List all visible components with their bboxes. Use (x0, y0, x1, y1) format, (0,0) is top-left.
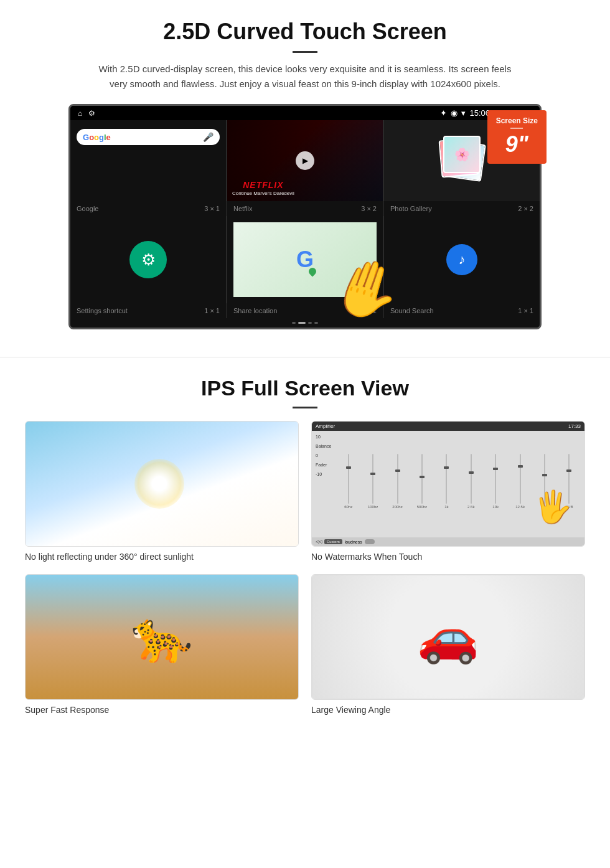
app-cell-maps[interactable]: G 🤚 (227, 216, 383, 303)
eq-thumb-1[interactable] (346, 466, 351, 469)
label-settings: Settings shortcut 1 × 1 (70, 303, 226, 318)
caption-sunlight: No light reflecting under 360° direct su… (25, 552, 299, 562)
eq-thumb-2[interactable] (370, 473, 375, 475)
card-sunlight: No light reflecting under 360° direct su… (25, 421, 299, 562)
netflix-logo: NETFLIX (243, 180, 283, 190)
eq-track-3 (397, 454, 398, 504)
cheetah-emoji: 🐆 (131, 608, 193, 666)
dot-3 (308, 322, 312, 324)
amp-title: Amplifier (316, 423, 335, 429)
image-box-amplifier: Amplifier 17:33 10 Balance 0 Fader -10 (311, 421, 585, 547)
location-icon: ◉ (451, 108, 458, 118)
section-ips-view: IPS Full Screen View No light reflecting… (0, 357, 610, 727)
sky-image (26, 422, 298, 546)
app-cell-netflix[interactable]: ▶ NETFLIX Continue Marvel's Daredevil (227, 120, 383, 201)
label-google: Google 3 × 1 (70, 201, 226, 216)
label-netflix: Netflix 3 × 2 (227, 201, 383, 216)
amp-time: 17:33 (568, 423, 581, 429)
music-icon: ♪ (446, 244, 477, 275)
caption-cheetah: Super Fast Response (25, 705, 299, 715)
gear-icon: ⚙ (129, 241, 167, 278)
eq-bar-12k5: 12.5k (509, 435, 532, 527)
eq-thumb-10[interactable] (566, 469, 571, 472)
status-left-icons: ⌂ ⚙ (78, 109, 95, 118)
amp-footer: ◁◁ Custom loudness (312, 537, 584, 546)
gallery-stack (437, 136, 487, 186)
dot-2 (298, 322, 306, 324)
eq-bar-200hz: 200hz (386, 435, 409, 527)
app-cell-settings[interactable]: ⚙ (70, 216, 226, 303)
eq-track-8 (520, 454, 521, 504)
eq-track-1 (348, 454, 349, 504)
section2-title: IPS Full Screen View (25, 376, 585, 400)
eq-thumb-4[interactable] (420, 476, 425, 478)
home-icon: ⌂ (78, 109, 82, 118)
amp-screen: Amplifier 17:33 10 Balance 0 Fader -10 (312, 422, 584, 546)
eq-track-2 (372, 454, 373, 504)
device-mockup: Screen Size 9" ⌂ ⚙ ✦ ◉ ▾ 15:06 ⊡ ◁ ⊠ (68, 104, 542, 329)
section-curved-touch: 2.5D Curved Touch Screen With 2.5D curve… (0, 0, 610, 344)
badge-divider-line (510, 128, 523, 129)
app-labels-row1: Google 3 × 1 Netflix 3 × 2 Photo Gallery… (70, 201, 540, 216)
google-logo: Google (83, 133, 111, 142)
gallery-img-3 (443, 136, 481, 173)
amp-header: Amplifier 17:33 (312, 422, 584, 431)
netflix-overlay: NETFLIX Continue Marvel's Daredevil (232, 179, 294, 196)
sun-glow (134, 459, 184, 509)
eq-thumb-9[interactable] (542, 474, 547, 476)
custom-button[interactable]: Custom (324, 539, 342, 544)
app-labels-row2: Settings shortcut 1 × 1 Share location 1… (70, 303, 540, 318)
eq-bar-1k: 1k (435, 435, 458, 527)
caption-amplifier: No Watermarks When Touch (311, 552, 585, 562)
google-mic-icon[interactable]: 🎤 (203, 132, 214, 142)
loudness-label: loudness (345, 540, 362, 544)
image-box-sunlight (25, 421, 299, 547)
app-cell-google[interactable]: Google 🎤 (70, 120, 226, 201)
amp-labels: 10 Balance 0 Fader -10 (316, 435, 334, 534)
netflix-subtitle: Continue Marvel's Daredevil (232, 191, 294, 196)
app-grid-top: Google 🎤 ▶ NETFLIX Continue Marvel's Dar… (70, 120, 540, 201)
eq-thumb-5[interactable] (444, 466, 449, 469)
car-image: 🚗 (312, 575, 584, 699)
app-cell-music[interactable]: ♪ (384, 216, 540, 303)
dot-1 (292, 322, 296, 324)
amp-image: Amplifier 17:33 10 Balance 0 Fader -10 (312, 422, 584, 546)
eq-track-5 (446, 454, 447, 504)
image-box-car: 🚗 (311, 574, 585, 700)
label-music: Sound Search 1 × 1 (384, 303, 540, 318)
google-search-bar[interactable]: Google 🎤 (77, 129, 220, 145)
section1-description: With 2.5D curved-display screen, this de… (93, 62, 517, 92)
maps-bg: G (233, 222, 377, 297)
card-car: 🚗 Large Viewing Angle (311, 574, 585, 715)
eq-track-4 (421, 454, 423, 504)
label-maps: Share location 1 × 1 (227, 303, 383, 318)
hand-eq-icon: 🖐 (533, 489, 572, 525)
section1-title: 2.5D Curved Touch Screen (37, 19, 573, 45)
image-box-cheetah: 🐆 (25, 574, 299, 700)
device-screen: ⌂ ⚙ ✦ ◉ ▾ 15:06 ⊡ ◁ ⊠ ▭ (68, 104, 542, 329)
eq-thumb-7[interactable] (493, 468, 498, 470)
card-amplifier: Amplifier 17:33 10 Balance 0 Fader -10 (311, 421, 585, 562)
bluetooth-icon: ✦ (440, 108, 447, 118)
car-emoji: 🚗 (417, 608, 479, 666)
eq-thumb-3[interactable] (395, 469, 400, 472)
prev-icon: ◁◁ (316, 539, 322, 544)
status-bar: ⌂ ⚙ ✦ ◉ ▾ 15:06 ⊡ ◁ ⊠ ▭ (70, 106, 540, 120)
app-grid-bottom: ⚙ G 🤚 ♪ (70, 216, 540, 303)
eq-bar-2k5: 2.5k (459, 435, 482, 527)
loudness-toggle[interactable] (365, 539, 375, 544)
eq-bar-60hz: 60hz (337, 435, 360, 527)
section2-divider (293, 407, 317, 408)
badge-size-value: 9" (505, 131, 528, 157)
card-cheetah: 🐆 Super Fast Response (25, 574, 299, 715)
caption-car: Large Viewing Angle (311, 705, 585, 715)
maps-logo: G (296, 247, 314, 273)
eq-track-6 (471, 454, 472, 504)
cheetah-image: 🐆 (26, 575, 298, 699)
netflix-bg: ▶ NETFLIX Continue Marvel's Daredevil (227, 120, 383, 201)
play-button[interactable]: ▶ (296, 151, 314, 170)
eq-thumb-6[interactable] (469, 471, 474, 474)
wifi-icon: ▾ (461, 108, 466, 118)
eq-bar-500hz: 500hz (410, 435, 433, 527)
eq-thumb-8[interactable] (518, 465, 523, 468)
